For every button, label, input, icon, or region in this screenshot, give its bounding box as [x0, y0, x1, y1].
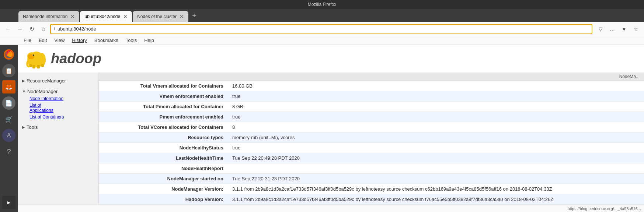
table-cell-value: true — [228, 91, 644, 102]
more-button[interactable]: … — [607, 24, 617, 34]
table-cell-label: Pmem enforcement enabled — [99, 112, 228, 122]
page-content: 📋 🦊 📄 🛒 A ? ► — [0, 45, 644, 212]
hadoop-elephant-icon — [24, 49, 49, 69]
table-cell-label: NodeManager started on — [99, 174, 228, 184]
table-cell-value: 8 GB — [228, 102, 644, 112]
new-tab-button[interactable]: + — [189, 11, 199, 20]
tab-nodes-cluster-label: Nodes of the cluster — [137, 14, 177, 19]
back-button[interactable]: ← — [3, 24, 13, 34]
menu-history[interactable]: History — [70, 37, 88, 44]
tab-nodes-cluster-close[interactable]: ✕ — [180, 14, 184, 20]
node-manager-label: NodeManager — [27, 89, 58, 94]
title-bar: Mozilla Firefox — [0, 0, 644, 9]
table-cell-value: true — [228, 143, 644, 153]
browser-title: Mozilla Firefox — [308, 2, 336, 7]
home-button[interactable]: ⌂ — [38, 24, 49, 34]
protocol-icon: ℹ — [54, 26, 55, 31]
tools-arrow-icon: ▶ — [22, 125, 25, 129]
icon-5[interactable]: A — [2, 129, 15, 142]
table-cell-value: memory-mb (unit=Mi), vcores — [228, 132, 644, 143]
hadoop-logo-text: hadoop — [51, 51, 101, 67]
table-cell-value: 8 — [228, 122, 644, 132]
terminal-icon[interactable]: ► — [2, 196, 15, 209]
left-nav: ▶ ResourceManager ▼ NodeManager Node Inf… — [18, 73, 99, 205]
address-bar[interactable]: ℹ ubuntu:8042/node — [50, 24, 592, 34]
navigation-bar: ← → ↻ ⌂ ℹ ubuntu:8042/node ▽ … ♥ ☆ — [0, 22, 644, 36]
tools-label: Tools — [27, 124, 38, 130]
table-row: Total Pmem allocated for Container8 GB — [99, 102, 644, 112]
svg-rect-12 — [41, 64, 44, 67]
status-bar: https://blog.cedriceux.org/..._4a95a516.… — [18, 205, 644, 212]
tab-namenode-label: Namenode information — [23, 14, 67, 19]
nav-list-of-containers[interactable]: List of Containers — [21, 114, 95, 120]
hadoop-header: hadoop — [18, 45, 644, 73]
table-row: NodeHealthReport — [99, 163, 644, 174]
tab-namenode[interactable]: Namenode information ✕ — [18, 11, 79, 22]
table-row: Vmem enforcement enabledtrue — [99, 91, 644, 102]
nav-list-of-applications[interactable]: List of Applications — [21, 102, 95, 114]
table-cell-value: 3.1.1 from 2b9a8c1d3a2caf1e733d57f346af3… — [228, 184, 644, 194]
menu-edit[interactable]: Edit — [37, 37, 48, 44]
downloads-button[interactable]: ▽ — [595, 24, 606, 34]
hadoop-logo: hadoop — [24, 49, 638, 69]
pocket-button[interactable]: ♥ — [619, 24, 629, 34]
address-text: ubuntu:8042/node — [58, 26, 96, 32]
svg-rect-10 — [37, 65, 40, 68]
bookmarks-sidebar-icon[interactable]: 📋 — [2, 64, 15, 77]
nav-tools-header[interactable]: ▶ Tools — [21, 123, 95, 131]
nav-node-manager-header[interactable]: ▼ NodeManager — [21, 88, 95, 95]
forward-button[interactable]: → — [15, 24, 25, 34]
icon-2[interactable]: 🦊 — [2, 80, 15, 93]
icon-3[interactable]: 📄 — [2, 96, 15, 110]
svg-rect-9 — [32, 65, 35, 68]
table-cell-value: 16.80 GB — [228, 81, 644, 91]
icon-4[interactable]: 🛒 — [2, 113, 15, 126]
table-row: Resource typesmemory-mb (unit=Mi), vcore… — [99, 132, 644, 143]
svg-rect-11 — [29, 64, 32, 67]
svg-point-8 — [33, 54, 34, 56]
table-cell-label: LastNodeHealthTime — [99, 153, 228, 163]
nav-node-information[interactable]: Node Information — [21, 95, 95, 102]
info-table: Total Vmem allocated for Containers16.80… — [99, 81, 644, 205]
table-row: Total Vmem allocated for Containers16.80… — [99, 81, 644, 91]
nav-node-manager-section: ▼ NodeManager Node Information List of A… — [18, 86, 98, 122]
node-manager-arrow-icon: ▼ — [22, 89, 26, 93]
table-row: NodeManager started onTue Sep 22 20:31:2… — [99, 174, 644, 184]
menu-file[interactable]: File — [22, 37, 33, 44]
table-row: Hadoop Version:3.1.1 from 2b9a8c1d3a2caf… — [99, 194, 644, 205]
table-cell-label: Vmem enforcement enabled — [99, 91, 228, 102]
menu-view[interactable]: View — [53, 37, 66, 44]
menu-help[interactable]: Help — [143, 37, 156, 44]
resource-manager-label: ResourceManager — [27, 78, 66, 84]
table-cell-label: NodeHealthReport — [99, 163, 228, 174]
table-row: Total VCores allocated for Containers8 — [99, 122, 644, 132]
table-cell-value: Tue Sep 22 20:31:23 PDT 2020 — [228, 174, 644, 184]
table-row: Pmem enforcement enabledtrue — [99, 112, 644, 122]
table-cell-label: Total VCores allocated for Containers — [99, 122, 228, 132]
table-cell-label: Total Pmem allocated for Container — [99, 102, 228, 112]
nav-resource-manager-section: ▶ ResourceManager — [18, 75, 98, 86]
browser-sidebar: 📋 🦊 📄 🛒 A ? ► — [0, 45, 18, 212]
table-cell-value: 3.1.1 from 2b9a8c1d3a2caf1e733d57f346af3… — [228, 194, 644, 205]
table-cell-label: Total Vmem allocated for Containers — [99, 81, 228, 91]
tab-namenode-close[interactable]: ✕ — [70, 14, 75, 20]
tab-nodes-cluster[interactable]: Nodes of the cluster ✕ — [133, 11, 188, 22]
reload-button[interactable]: ↻ — [27, 24, 37, 34]
tab-ubuntu-node-close[interactable]: ✕ — [123, 14, 128, 20]
table-cell-label: Resource types — [99, 132, 228, 143]
table-cell-value: Tue Sep 22 20:49:28 PDT 2020 — [228, 153, 644, 163]
firefox-icon[interactable] — [2, 48, 15, 61]
nav-resource-manager-header[interactable]: ▶ ResourceManager — [21, 77, 95, 85]
nav-extra-buttons: ▽ … ♥ ☆ — [595, 24, 641, 34]
table-row: NodeManager Version:3.1.1 from 2b9a8c1d3… — [99, 184, 644, 194]
menu-tools[interactable]: Tools — [124, 37, 138, 44]
resource-manager-arrow-icon: ▶ — [22, 79, 25, 83]
nav-tools-section: ▶ Tools — [18, 122, 98, 132]
menu-bookmarks[interactable]: Bookmarks — [93, 37, 120, 44]
table-area: NodeMa... Total Vmem allocated for Conta… — [99, 73, 644, 205]
bookmark-button[interactable]: ☆ — [631, 24, 641, 34]
table-row: LastNodeHealthTimeTue Sep 22 20:49:28 PD… — [99, 153, 644, 163]
section-label: NodeMa... — [619, 74, 640, 79]
icon-6[interactable]: ? — [2, 145, 15, 158]
tab-ubuntu-node[interactable]: ubuntu:8042/node ✕ — [80, 11, 132, 22]
